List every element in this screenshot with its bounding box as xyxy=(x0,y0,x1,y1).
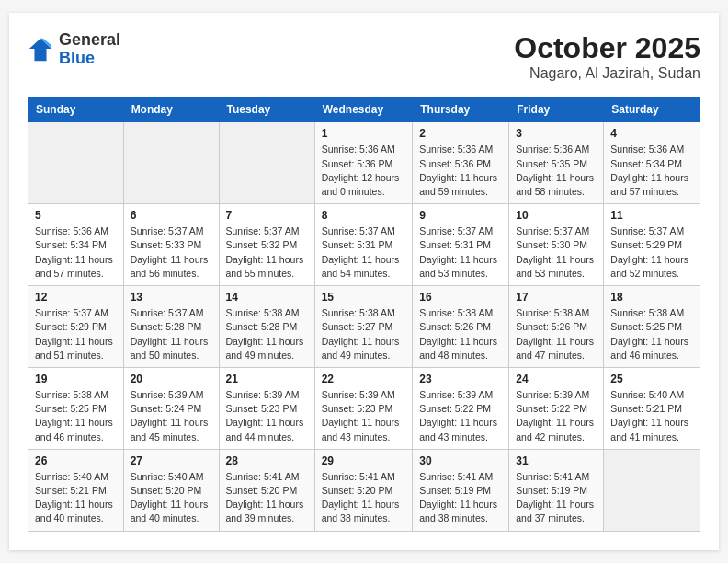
day-number: 21 xyxy=(226,373,308,385)
day-number: 28 xyxy=(226,454,308,467)
week-row-3: 12Sunrise: 5:37 AM Sunset: 5:29 PM Dayli… xyxy=(28,286,700,368)
day-info: Sunrise: 5:38 AM Sunset: 5:27 PM Dayligh… xyxy=(322,306,406,362)
day-cell: 16Sunrise: 5:38 AM Sunset: 5:26 PM Dayli… xyxy=(413,286,509,368)
day-cell: 29Sunrise: 5:41 AM Sunset: 5:20 PM Dayli… xyxy=(314,449,413,531)
logo-blue-label: Blue xyxy=(59,50,120,68)
day-number: 14 xyxy=(226,291,308,304)
day-info: Sunrise: 5:36 AM Sunset: 5:36 PM Dayligh… xyxy=(322,143,406,199)
day-info: Sunrise: 5:38 AM Sunset: 5:26 PM Dayligh… xyxy=(516,306,597,362)
day-header-sunday: Sunday xyxy=(28,98,124,122)
svg-marker-0 xyxy=(29,39,51,61)
day-header-saturday: Saturday xyxy=(604,98,700,122)
day-number: 30 xyxy=(419,454,502,467)
logo: General Blue xyxy=(28,31,120,68)
day-cell: 21Sunrise: 5:39 AM Sunset: 5:23 PM Dayli… xyxy=(219,367,314,449)
day-info: Sunrise: 5:37 AM Sunset: 5:30 PM Dayligh… xyxy=(516,224,597,281)
day-header-thursday: Thursday xyxy=(413,98,509,122)
day-info: Sunrise: 5:36 AM Sunset: 5:36 PM Dayligh… xyxy=(419,143,502,199)
day-info: Sunrise: 5:36 AM Sunset: 5:35 PM Dayligh… xyxy=(516,143,597,199)
day-cell: 8Sunrise: 5:37 AM Sunset: 5:31 PM Daylig… xyxy=(314,204,413,286)
day-number: 23 xyxy=(419,373,502,385)
calendar-thead: SundayMondayTuesdayWednesdayThursdayFrid… xyxy=(28,98,700,122)
day-info: Sunrise: 5:39 AM Sunset: 5:24 PM Dayligh… xyxy=(131,388,212,444)
day-cell: 12Sunrise: 5:37 AM Sunset: 5:29 PM Dayli… xyxy=(28,286,124,368)
day-number: 10 xyxy=(516,209,597,222)
day-cell xyxy=(604,449,700,531)
day-cell: 17Sunrise: 5:38 AM Sunset: 5:26 PM Dayli… xyxy=(509,286,604,368)
day-cell: 2Sunrise: 5:36 AM Sunset: 5:36 PM Daylig… xyxy=(413,122,509,204)
day-cell: 14Sunrise: 5:38 AM Sunset: 5:28 PM Dayli… xyxy=(219,286,314,368)
week-row-1: 1Sunrise: 5:36 AM Sunset: 5:36 PM Daylig… xyxy=(28,122,700,204)
day-number: 4 xyxy=(610,127,693,140)
day-cell: 20Sunrise: 5:39 AM Sunset: 5:24 PM Dayli… xyxy=(123,367,219,449)
day-cell xyxy=(28,122,124,204)
day-number: 18 xyxy=(610,291,693,304)
day-number: 29 xyxy=(322,454,406,467)
day-cell: 4Sunrise: 5:36 AM Sunset: 5:34 PM Daylig… xyxy=(604,122,700,204)
day-cell: 28Sunrise: 5:41 AM Sunset: 5:20 PM Dayli… xyxy=(219,449,314,531)
day-cell xyxy=(123,122,219,204)
day-info: Sunrise: 5:39 AM Sunset: 5:23 PM Dayligh… xyxy=(322,388,406,444)
logo-icon xyxy=(28,37,53,63)
day-info: Sunrise: 5:41 AM Sunset: 5:19 PM Dayligh… xyxy=(419,470,502,526)
day-header-wednesday: Wednesday xyxy=(314,98,413,122)
day-info: Sunrise: 5:37 AM Sunset: 5:33 PM Dayligh… xyxy=(131,224,212,281)
day-info: Sunrise: 5:41 AM Sunset: 5:19 PM Dayligh… xyxy=(516,470,597,526)
day-number: 6 xyxy=(131,209,212,222)
day-cell: 1Sunrise: 5:36 AM Sunset: 5:36 PM Daylig… xyxy=(314,122,413,204)
day-number: 16 xyxy=(419,291,502,304)
day-cell: 15Sunrise: 5:38 AM Sunset: 5:27 PM Dayli… xyxy=(314,286,413,368)
calendar-header: General Blue October 2025 Nagaro, Al Jaz… xyxy=(28,31,700,82)
day-info: Sunrise: 5:38 AM Sunset: 5:26 PM Dayligh… xyxy=(419,306,502,362)
day-number: 19 xyxy=(35,373,117,385)
day-number: 7 xyxy=(226,209,308,222)
title-block: October 2025 Nagaro, Al Jazirah, Sudan xyxy=(514,31,700,82)
day-info: Sunrise: 5:38 AM Sunset: 5:25 PM Dayligh… xyxy=(35,388,117,444)
day-info: Sunrise: 5:39 AM Sunset: 5:22 PM Dayligh… xyxy=(419,388,502,444)
day-cell: 19Sunrise: 5:38 AM Sunset: 5:25 PM Dayli… xyxy=(28,367,124,449)
logo-general-label: General xyxy=(59,31,120,50)
days-header-row: SundayMondayTuesdayWednesdayThursdayFrid… xyxy=(28,98,700,122)
day-number: 31 xyxy=(516,454,597,467)
day-number: 25 xyxy=(610,373,693,385)
day-cell: 5Sunrise: 5:36 AM Sunset: 5:34 PM Daylig… xyxy=(28,204,124,286)
day-number: 5 xyxy=(35,209,117,222)
day-number: 3 xyxy=(516,127,597,140)
day-number: 1 xyxy=(322,127,406,140)
calendar-body: 1Sunrise: 5:36 AM Sunset: 5:36 PM Daylig… xyxy=(28,122,700,531)
day-cell: 11Sunrise: 5:37 AM Sunset: 5:29 PM Dayli… xyxy=(604,204,700,286)
day-cell: 18Sunrise: 5:38 AM Sunset: 5:25 PM Dayli… xyxy=(604,286,700,368)
day-number: 15 xyxy=(322,291,406,304)
day-info: Sunrise: 5:40 AM Sunset: 5:21 PM Dayligh… xyxy=(35,470,117,526)
day-info: Sunrise: 5:41 AM Sunset: 5:20 PM Dayligh… xyxy=(226,470,308,526)
day-header-friday: Friday xyxy=(509,98,604,122)
day-cell xyxy=(219,122,314,204)
day-info: Sunrise: 5:37 AM Sunset: 5:31 PM Dayligh… xyxy=(322,224,406,281)
day-cell: 27Sunrise: 5:40 AM Sunset: 5:20 PM Dayli… xyxy=(123,449,219,531)
day-info: Sunrise: 5:38 AM Sunset: 5:25 PM Dayligh… xyxy=(610,306,693,362)
day-info: Sunrise: 5:36 AM Sunset: 5:34 PM Dayligh… xyxy=(610,143,693,199)
day-info: Sunrise: 5:37 AM Sunset: 5:28 PM Dayligh… xyxy=(131,306,212,362)
day-info: Sunrise: 5:37 AM Sunset: 5:29 PM Dayligh… xyxy=(610,224,693,281)
day-cell: 25Sunrise: 5:40 AM Sunset: 5:21 PM Dayli… xyxy=(604,367,700,449)
day-header-monday: Monday xyxy=(123,98,219,122)
day-number: 13 xyxy=(131,291,212,304)
week-row-2: 5Sunrise: 5:36 AM Sunset: 5:34 PM Daylig… xyxy=(28,204,700,286)
day-cell: 10Sunrise: 5:37 AM Sunset: 5:30 PM Dayli… xyxy=(509,204,604,286)
day-cell: 22Sunrise: 5:39 AM Sunset: 5:23 PM Dayli… xyxy=(314,367,413,449)
day-info: Sunrise: 5:37 AM Sunset: 5:31 PM Dayligh… xyxy=(419,224,502,281)
day-info: Sunrise: 5:36 AM Sunset: 5:34 PM Dayligh… xyxy=(35,224,117,281)
month-title: October 2025 xyxy=(514,31,700,65)
location-title: Nagaro, Al Jazirah, Sudan xyxy=(514,65,700,82)
calendar-container: General Blue October 2025 Nagaro, Al Jaz… xyxy=(9,13,719,549)
day-number: 27 xyxy=(131,454,212,467)
day-cell: 13Sunrise: 5:37 AM Sunset: 5:28 PM Dayli… xyxy=(123,286,219,368)
day-header-tuesday: Tuesday xyxy=(219,98,314,122)
day-number: 24 xyxy=(516,373,597,385)
week-row-4: 19Sunrise: 5:38 AM Sunset: 5:25 PM Dayli… xyxy=(28,367,700,449)
day-number: 22 xyxy=(322,373,406,385)
day-info: Sunrise: 5:39 AM Sunset: 5:23 PM Dayligh… xyxy=(226,388,308,444)
day-cell: 30Sunrise: 5:41 AM Sunset: 5:19 PM Dayli… xyxy=(413,449,509,531)
day-info: Sunrise: 5:38 AM Sunset: 5:28 PM Dayligh… xyxy=(226,306,308,362)
day-cell: 31Sunrise: 5:41 AM Sunset: 5:19 PM Dayli… xyxy=(509,449,604,531)
